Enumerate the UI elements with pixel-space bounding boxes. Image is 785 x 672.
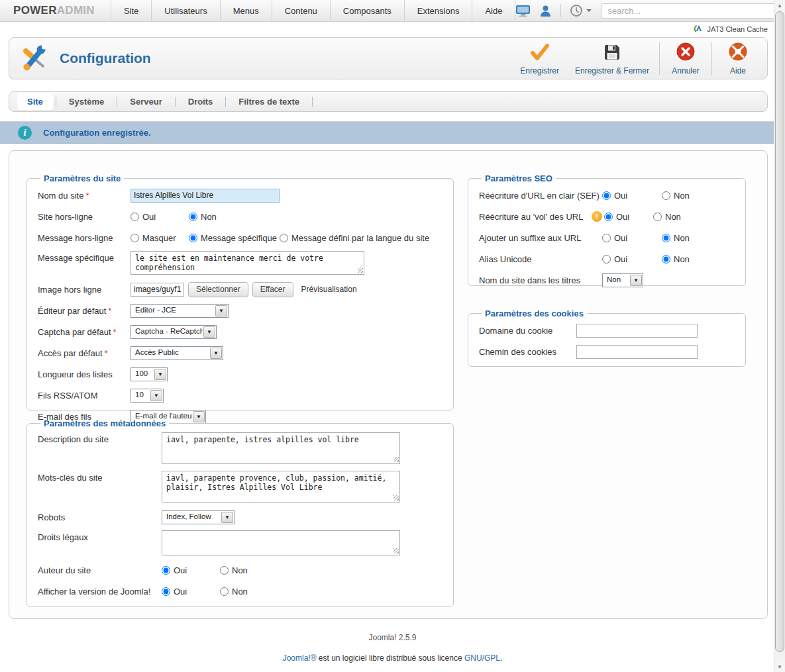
top-menu-bar: POWERADMIN Site Utilisateurs Menus Conte… [0, 0, 785, 22]
search-input[interactable] [601, 3, 785, 19]
tab-serveur[interactable]: Serveur [120, 93, 172, 110]
site-offline-oui-radio[interactable]: Oui [131, 212, 189, 222]
scrollbar-thumb[interactable] [775, 11, 784, 652]
scroll-up-arrow[interactable]: ▲ [774, 0, 785, 11]
fieldset-parametres-cookies: Paramètres des cookies Domaine du cookie… [468, 309, 746, 367]
sef-oui-radio[interactable]: Oui [602, 191, 662, 201]
menu-item-contenu[interactable]: Contenu [272, 0, 330, 21]
field-label: Nom du site* [38, 191, 131, 201]
rewrite-oui-radio[interactable]: Oui [604, 212, 653, 222]
select-image-button[interactable]: Sélectionner [188, 282, 248, 297]
page-header: Configuration Enregistrer Enregistrer & … [9, 37, 768, 79]
site-author-oui-radio[interactable]: Oui [162, 565, 220, 575]
fieldset-legend: Paramètres des cookies [482, 309, 587, 318]
cancel-button[interactable]: Annuler [662, 40, 709, 77]
configuration-tools-icon [20, 43, 49, 73]
suffix-oui-radio[interactable]: Oui [602, 233, 662, 243]
jat3-icon [694, 24, 704, 34]
menu-item-utilisateurs[interactable]: Utilisateurs [151, 0, 219, 21]
site-author-non-radio[interactable]: Non [220, 565, 248, 575]
field-label: Auteur du site [38, 565, 162, 575]
cookie-domain-input[interactable] [576, 324, 698, 338]
vertical-scrollbar[interactable]: ▲ ▼ [774, 0, 785, 672]
field-label: Droits légaux [38, 530, 162, 542]
license-text: Joomla!® est un logiciel libre distribué… [0, 653, 785, 663]
default-access-select[interactable]: Accès Public▼ [131, 346, 223, 360]
view-site-icon[interactable] [515, 5, 531, 17]
logout-menu-icon[interactable] [570, 4, 592, 17]
menu-item-menus[interactable]: Menus [220, 0, 272, 21]
toolbar-separator [659, 42, 660, 75]
field-label: Message spécifique [38, 251, 131, 263]
offline-image-input[interactable] [131, 283, 184, 297]
chevron-down-icon: ▼ [215, 305, 227, 316]
sitename-in-titles-select[interactable]: Non▼ [602, 273, 643, 287]
site-description-textarea[interactable]: iavl, parapente, istres alpilles vol lib… [162, 432, 400, 464]
field-label: Accès par défaut* [38, 348, 131, 358]
field-label: Éditeur par défaut* [38, 306, 131, 316]
jat3-clean-cache-link[interactable]: JAT3 Clean Cache [707, 25, 768, 33]
save-close-button[interactable]: Enregistrer & Fermer [567, 40, 657, 77]
unicode-oui-radio[interactable]: Oui [602, 254, 662, 264]
system-message-text: Configuration enregistrée. [43, 128, 151, 138]
chevron-down-icon: ▼ [203, 326, 215, 338]
floppy-disk-icon [603, 44, 621, 63]
offline-message-masquer-radio[interactable]: Masquer [131, 233, 189, 243]
offline-message-specifique-radio[interactable]: Message spécifique [189, 233, 280, 243]
page-title: Configuration [60, 50, 151, 66]
chevron-down-icon: ▼ [210, 348, 222, 359]
site-name-input[interactable] [131, 189, 280, 203]
save-button[interactable]: Enregistrer [512, 40, 567, 77]
suffix-non-radio[interactable]: Non [662, 233, 690, 243]
save-check-icon [530, 44, 550, 63]
chevron-down-icon: ▼ [154, 369, 166, 380]
joomla-version-oui-radio[interactable]: Oui [162, 587, 220, 597]
logged-in-users-icon[interactable] [539, 5, 552, 17]
field-label: Fils RSS/ATOM [38, 391, 131, 401]
chevron-down-icon: ▼ [221, 512, 233, 523]
feed-length-select[interactable]: 10▼ [131, 389, 164, 403]
unicode-non-radio[interactable]: Non [662, 254, 690, 264]
clear-image-button[interactable]: Effacer [252, 282, 293, 297]
field-label: Nom du site dans les titres [479, 275, 602, 285]
custom-message-textarea[interactable]: le site est en maintenance merci de votr… [131, 251, 364, 275]
help-button[interactable]: Aide [714, 40, 762, 77]
gnu-gpl-link[interactable]: GNU/GPL [464, 653, 500, 663]
tab-filtres-de-texte[interactable]: Filtres de texte [229, 93, 309, 110]
field-label: Message hors-ligne [38, 233, 131, 243]
tab-site[interactable]: Site [17, 93, 53, 110]
legal-rights-textarea[interactable] [162, 530, 400, 555]
site-keywords-textarea[interactable]: iavl, parapente provence, club, passion,… [162, 471, 400, 503]
menu-item-site[interactable]: Site [111, 0, 151, 21]
cookie-path-input[interactable] [576, 345, 698, 359]
field-label: Afficher la version de Joomla! [38, 587, 162, 597]
robots-select[interactable]: Index, Follow▼ [162, 510, 235, 524]
offline-message-langue-radio[interactable]: Message défini par la langue du site [280, 233, 429, 243]
menu-item-aide[interactable]: Aide [472, 0, 515, 21]
tab-droits[interactable]: Droits [178, 93, 223, 110]
joomla-version-non-radio[interactable]: Non [220, 587, 248, 597]
default-editor-select[interactable]: Editor - JCE▼ [131, 304, 229, 318]
fieldset-legend: Paramètres SEO [482, 173, 556, 183]
rewrite-non-radio[interactable]: Non [653, 212, 681, 222]
config-tabs: Site Système Serveur Droits Filtres de t… [9, 91, 768, 112]
tab-systeme[interactable]: Système [59, 93, 114, 110]
field-label: Captcha par défaut* [38, 327, 131, 337]
toolbar: Enregistrer Enregistrer & Fermer Annuler [512, 40, 762, 77]
default-captcha-select[interactable]: Captcha - ReCaptcha▼ [131, 325, 217, 339]
logo-text-light: ADMIN [57, 4, 95, 17]
logo-text-bold: POWER [13, 4, 57, 17]
field-label: Alias Unicode [479, 254, 602, 264]
preview-label: Prévisualisation [301, 285, 357, 294]
list-length-select[interactable]: 100▼ [131, 367, 168, 381]
site-offline-non-radio[interactable]: Non [189, 212, 217, 222]
menu-item-extensions[interactable]: Extensions [404, 0, 472, 21]
sef-non-radio[interactable]: Non [662, 191, 690, 201]
joomla-link[interactable]: Joomla!® [283, 653, 317, 663]
menu-item-composants[interactable]: Composants [330, 0, 404, 21]
scroll-down-arrow[interactable]: ▼ [774, 661, 785, 672]
fieldset-legend: Paramètres des métadonnées [40, 418, 169, 428]
joomla-version-text: Joomla! 2.5.9 [0, 633, 785, 642]
field-label: Ajouter un suffixe aux URL [479, 233, 602, 243]
poweradmin-logo: POWERADMIN [0, 0, 111, 21]
